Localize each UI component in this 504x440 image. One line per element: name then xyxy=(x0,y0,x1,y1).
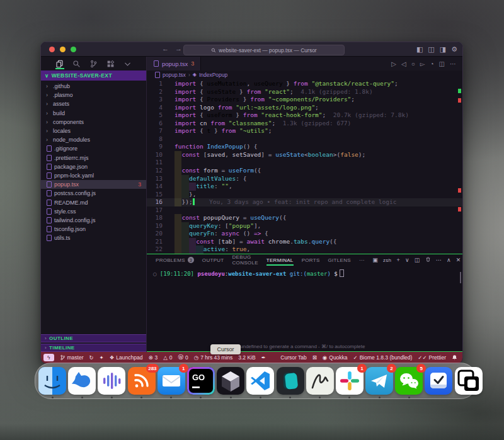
close-panel-icon[interactable]: ✕ xyxy=(456,257,461,263)
timeline-section-header[interactable]: › TIMELINE xyxy=(41,344,146,352)
nav-back-icon[interactable]: ◁ xyxy=(401,60,406,67)
minimize-window-button[interactable] xyxy=(60,47,66,52)
tree-item-pnpm-lock-yaml[interactable]: pnpm-lock.yaml xyxy=(41,171,146,180)
breadcrumb-file[interactable]: popup.tsx xyxy=(163,72,186,78)
tree-item-locales[interactable]: ›locales xyxy=(41,127,146,135)
tree-item-tsconfig-json[interactable]: tsconfig.json xyxy=(41,225,146,234)
tree-item-node-modules[interactable]: ›node_modules xyxy=(41,135,146,144)
terminal-scrollbar[interactable] xyxy=(460,272,461,283)
status-cursor-tab[interactable]: Cursor Tab xyxy=(280,354,306,361)
tree-item--prettierrc-mjs[interactable]: .prettierrc.mjs xyxy=(41,154,146,162)
status-quokka[interactable]: ◉Quokka xyxy=(323,354,348,361)
nav-forward-icon[interactable]: ▻ xyxy=(420,60,425,67)
status-gitlens-launchpad[interactable]: ❖Launchpad xyxy=(110,354,143,361)
explorer-root-header[interactable]: ∨ WEBSITE-SAVER-EXT xyxy=(41,71,146,81)
status-sync-changes[interactable]: ↻ xyxy=(89,354,93,361)
layout-sidebar-right-icon[interactable]: ◨ xyxy=(440,45,446,54)
kill-terminal-icon[interactable] xyxy=(425,256,431,264)
status-wakatime[interactable]: ◷7 hrs 43 mins xyxy=(194,354,232,361)
tab-popup-tsx[interactable]: popup.tsx 3 xyxy=(147,57,201,71)
tree-item--github[interactable]: ›.github xyxy=(41,82,146,91)
tree-item-utils-ts[interactable]: utils.ts xyxy=(41,234,146,242)
outline-section-header[interactable]: › OUTLINE xyxy=(41,334,146,342)
dock-app-teal-card[interactable] xyxy=(277,367,304,395)
zoom-window-button[interactable] xyxy=(71,47,76,52)
command-center-search[interactable]: website-saver-ext — popup.tsx — Cursor xyxy=(183,45,345,55)
panel-tab-gitlens[interactable]: GITLENS xyxy=(328,254,351,266)
status-file-size[interactable]: 3.2 KiB xyxy=(238,354,255,361)
tree-item-style-css[interactable]: style.css xyxy=(41,207,146,216)
more-actions-icon[interactable]: ⋯ xyxy=(436,257,442,263)
panel-tab-terminal[interactable]: TERMINAL xyxy=(266,254,294,266)
activity-explorer-icon[interactable] xyxy=(55,59,64,69)
status-prettier[interactable]: ✓✓Prettier xyxy=(418,354,446,361)
status-remote-indicator[interactable]: ϟ xyxy=(43,354,54,361)
status-problems-errors[interactable]: ⊗3 xyxy=(148,354,158,361)
panel-tab-ports[interactable]: PORTS xyxy=(302,254,320,266)
layout-panel-icon[interactable]: ◫ xyxy=(428,45,434,54)
dock-app-scribble[interactable] xyxy=(306,367,334,395)
tree-item--plasmo[interactable]: ›.plasmo xyxy=(41,91,146,99)
maximize-panel-icon[interactable]: ∧ xyxy=(447,257,451,263)
dock-app-finder[interactable] xyxy=(38,367,66,395)
status-notifications[interactable] xyxy=(452,354,457,361)
activity-more-views-icon[interactable] xyxy=(123,59,132,69)
status-plasmo-indicator[interactable]: ✦ xyxy=(100,354,104,361)
tree-item--gitignore[interactable]: .gitignore xyxy=(41,144,146,153)
dock-app-telegram[interactable]: 2 xyxy=(365,367,393,395)
history-forward-button[interactable]: → xyxy=(175,45,182,52)
dock-app-things[interactable] xyxy=(425,367,452,395)
breadcrumb-symbol[interactable]: IndexPopup xyxy=(199,72,227,78)
dock-app-slack[interactable]: 1 xyxy=(336,367,364,395)
panel-tab-debug-console[interactable]: DEBUG CONSOLE xyxy=(232,254,258,266)
status-biome[interactable]: ✓Biome 1.8.3 (bundled) xyxy=(353,354,413,361)
tree-item-assets[interactable]: ›assets xyxy=(41,99,146,108)
dock-app-wechat[interactable]: 5 xyxy=(395,367,423,395)
tree-item-postcss-config-js[interactable]: postcss.config.js xyxy=(41,189,146,198)
split-terminal-icon[interactable]: ◫ xyxy=(415,257,420,263)
tree-item-package-json[interactable]: package.json xyxy=(41,162,146,171)
dock-app-fox[interactable] xyxy=(68,367,96,395)
more-actions-icon[interactable]: ⋯ xyxy=(450,60,456,67)
titlebar[interactable]: ← → website-saver-ext — popup.tsx — Curs… xyxy=(41,42,462,57)
nav-circle-icon[interactable]: ○ xyxy=(411,60,415,67)
panel-tab-problems[interactable]: PROBLEMS3 xyxy=(156,254,194,266)
status-boxed-icon[interactable]: ⊠ xyxy=(312,354,317,361)
split-editor-icon[interactable]: ◫ xyxy=(439,60,445,67)
terminal-profile-icon[interactable]: ▣ xyxy=(372,257,378,263)
status-git-branch[interactable]: master xyxy=(60,354,84,361)
profile-dropdown-icon[interactable]: ∨ xyxy=(405,257,410,263)
tree-item-readme-md[interactable]: README.md xyxy=(41,198,146,206)
terminal[interactable]: ○ [19:11:20] pseudoyu:website-saver-ext … xyxy=(153,269,456,277)
close-window-button[interactable] xyxy=(49,47,55,52)
dock-app-waveform[interactable] xyxy=(98,367,125,395)
activity-extensions-icon[interactable] xyxy=(106,59,115,69)
tree-item-popup-tsx[interactable]: popup.tsx3 xyxy=(41,180,146,189)
dock-app-goland[interactable]: GO xyxy=(187,367,215,395)
dock-app-vscode[interactable] xyxy=(246,367,274,395)
status-w-counter[interactable]: Ⓦ0 xyxy=(178,354,188,361)
settings-gear-icon[interactable]: ⚙ xyxy=(451,45,457,54)
activity-search-icon[interactable] xyxy=(72,59,81,69)
tree-item-components[interactable]: ›components xyxy=(41,118,146,127)
breadcrumb[interactable]: popup.tsx › ◈ IndexPopup xyxy=(147,71,462,79)
new-terminal-icon[interactable]: + xyxy=(396,257,400,263)
code-editor[interactable]: 1import { useMutation, useQuery } from "… xyxy=(147,80,462,254)
tree-item-build[interactable]: ›build xyxy=(41,109,146,118)
timeline-icon[interactable]: ◔ xyxy=(430,60,434,67)
sync-icon: ↻ xyxy=(89,354,93,361)
code-text: defaultValues: { xyxy=(175,175,246,183)
status-problems-warnings[interactable]: △0 xyxy=(163,354,172,361)
layout-sidebar-left-icon[interactable]: ◧ xyxy=(416,45,423,54)
tree-item-tailwind-config-js[interactable]: tailwind.config.js xyxy=(41,216,146,225)
dock-app-mail[interactable]: 1 xyxy=(158,367,185,395)
dock-app-bw-squares[interactable] xyxy=(455,367,483,395)
panel-tab-output[interactable]: OUTPUT xyxy=(202,254,224,266)
run-icon[interactable]: ▷ xyxy=(391,60,396,67)
panel-tab--[interactable]: ⋯ xyxy=(359,254,364,266)
dock-app-cursor[interactable] xyxy=(217,367,244,395)
dock-app-rss-reader[interactable]: 283 xyxy=(128,367,156,395)
history-back-button[interactable]: ← xyxy=(162,45,169,52)
status-feather-indicator[interactable]: ✒ xyxy=(261,354,266,361)
activity-source-control-icon[interactable] xyxy=(89,59,98,69)
